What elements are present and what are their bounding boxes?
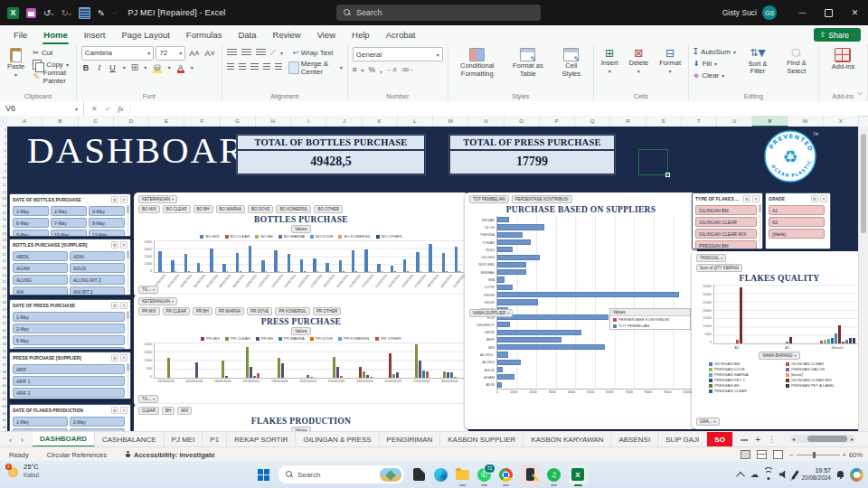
multiselect-icon[interactable]: ≣ — [743, 195, 750, 202]
sheet-tab-pengiriman[interactable]: PENGIRIMAN — [380, 432, 441, 447]
avatar[interactable]: GS — [762, 5, 777, 20]
row-header-40[interactable]: 40 — [0, 382, 7, 389]
bottles-filter-bo-mix[interactable]: BO MIX — [138, 205, 160, 213]
row-header-29[interactable]: 29 — [0, 306, 7, 314]
row-header-42[interactable]: 42 — [0, 397, 7, 404]
column-header-w[interactable]: W — [788, 116, 824, 127]
ribbon-tab-help[interactable]: Help — [344, 25, 378, 44]
column-header-b[interactable]: B — [42, 116, 78, 127]
row-header-35[interactable]: 35 — [0, 348, 7, 355]
redo-button[interactable]: ↻▾ — [61, 8, 71, 18]
slicer-button-arif-2[interactable]: ARIF 2 — [13, 388, 125, 398]
autosum-button[interactable]: ΣAutoSum▾ — [693, 47, 736, 57]
spotify-taskbar-icon[interactable]: ♫ — [546, 467, 561, 483]
book-views-icon[interactable] — [79, 7, 90, 19]
row-header-15[interactable]: 15 — [0, 210, 7, 217]
sheet-options-button[interactable]: ⋮ — [768, 436, 775, 444]
normal-view-icon[interactable] — [741, 450, 750, 459]
nama-supplier-field-button[interactable]: NAMA SUPPLIER▾ — [469, 309, 513, 317]
slicer-button-gilingan-clear-mix[interactable]: GILINGAN CLEAR MIX — [695, 229, 757, 239]
row-header-37[interactable]: 37 — [0, 361, 7, 369]
sheet-tab-gilingan-press[interactable]: GILINGAN & PRESS — [296, 432, 379, 447]
suppliers-filter-tot-pembelian[interactable]: TOT PEMBELIAN — [469, 195, 509, 203]
ribbon-tab-review[interactable]: Review — [265, 25, 309, 44]
zoom-slider-thumb[interactable] — [813, 452, 816, 458]
font-name-select[interactable]: Cambria▾ — [81, 46, 155, 61]
clock-widget[interactable]: 19.57 20/08/2024 — [801, 467, 831, 482]
decrease-indent-icon[interactable] — [263, 63, 270, 71]
slicer-scrollbar[interactable] — [759, 204, 761, 247]
column-header-p[interactable]: P — [540, 116, 575, 127]
sheet-tab-pj-mei[interactable]: PJ MEI — [165, 432, 203, 447]
selected-cell[interactable] — [638, 149, 668, 175]
decrease-decimal-button[interactable]: .00→ — [401, 67, 413, 72]
production-filter-bh[interactable]: BH — [162, 407, 175, 415]
whatsapp-taskbar-icon[interactable]: ✆71 — [476, 467, 492, 483]
multiselect-icon[interactable]: ≣ — [811, 195, 818, 202]
file-explorer-taskbar-icon[interactable] — [455, 467, 470, 483]
slicer-button-ani-rit-2[interactable]: ANI RIT 2 — [70, 286, 125, 296]
phone-link-taskbar-icon[interactable] — [520, 467, 540, 483]
undo-button[interactable]: ↺▾ — [43, 8, 53, 18]
share-button[interactable]: ⇧ Share▾ — [814, 28, 861, 42]
multiselect-icon[interactable]: ≣ — [111, 196, 118, 203]
slicer-button-10-may[interactable]: 10-May — [51, 230, 87, 237]
excel-taskbar-icon[interactable]: X — [568, 467, 588, 483]
column-header-x[interactable]: X — [824, 116, 859, 127]
row-header-31[interactable]: 31 — [0, 320, 7, 327]
row-header-20[interactable]: 20 — [0, 244, 7, 251]
press-filter-pr-other[interactable]: PR OTHER — [313, 307, 341, 315]
formula-input[interactable] — [131, 101, 868, 116]
align-middle-icon[interactable] — [241, 49, 251, 57]
slicer-button-1-may[interactable]: 1-May — [13, 206, 49, 216]
bottles-filter-bo-dove[interactable]: BO DOVE — [248, 205, 274, 213]
sort-filter-button[interactable]: ⇅▼ Sort & Filter — [741, 47, 774, 77]
orientation-icon[interactable]: ⟋ — [270, 48, 276, 58]
row-header-10[interactable]: 10 — [0, 175, 7, 183]
row-header-14[interactable]: 14 — [0, 202, 7, 210]
slicer-button-2-may[interactable]: 2-May — [13, 324, 125, 333]
slicer-scrollbar[interactable] — [127, 205, 129, 234]
underline-button[interactable]: U — [108, 63, 118, 72]
horizontal-scrollbar[interactable]: ◂ ▸ — [790, 435, 855, 443]
tanggal-field-button[interactable]: TG...▾ — [138, 286, 158, 294]
start-button[interactable] — [256, 467, 271, 483]
row-header-38[interactable]: 38 — [0, 369, 7, 376]
slicer-button-9-may[interactable]: 9-May — [13, 230, 49, 237]
row-header-11[interactable]: 11 — [0, 182, 7, 189]
merge-center-button[interactable]: Merge & Center▾ — [288, 60, 342, 76]
production-filter-clear[interactable]: CLEAR — [138, 407, 159, 415]
vertical-scrollbar-thumb[interactable] — [861, 134, 866, 233]
row-header-9[interactable]: 9 — [0, 168, 7, 175]
hscroll-right-arrow[interactable]: ▸ — [849, 436, 855, 442]
tanggal-field-button[interactable]: TG...▾ — [138, 395, 158, 403]
slicer-button-alung-rit-2[interactable]: ALUNG RIT 2 — [70, 275, 125, 285]
row-header-34[interactable]: 34 — [0, 341, 7, 348]
weather-widget[interactable]: 0 25°C Kabut — [5, 464, 39, 478]
column-header-s[interactable]: S — [646, 116, 682, 127]
slicer-scrollbar[interactable] — [127, 311, 129, 347]
sheet-tab-absensi[interactable]: ABSENSI — [611, 432, 658, 447]
column-header-o[interactable]: O — [505, 116, 540, 127]
fill-color-button[interactable]: ⛁ — [152, 63, 163, 72]
align-bottom-icon[interactable] — [256, 49, 266, 57]
increase-decimal-button[interactable]: ←.0 — [386, 67, 396, 72]
cell-styles-button[interactable]: Cell Styles — [554, 47, 589, 79]
bing-daily-image[interactable] — [380, 468, 401, 482]
row-header-39[interactable]: 39 — [0, 376, 7, 383]
zoom-out-button[interactable]: − — [789, 451, 793, 459]
accounting-format-button[interactable]: ¤ — [353, 65, 357, 74]
clear-filter-icon[interactable]: ⨉ — [120, 407, 127, 414]
sheet-tab-kasbon-supplier[interactable]: KASBON SUPPLIER — [440, 432, 524, 447]
row-header-30[interactable]: 30 — [0, 314, 7, 321]
row-header-26[interactable]: 26 — [0, 286, 7, 293]
values-button[interactable]: Values — [291, 327, 310, 335]
row-header-12[interactable]: 12 — [0, 189, 7, 196]
production-filter-mix[interactable]: MIX — [177, 407, 192, 415]
column-header-r[interactable]: R — [610, 116, 646, 127]
row-header-24[interactable]: 24 — [0, 272, 7, 279]
pen-icon[interactable] — [791, 470, 798, 479]
increase-indent-icon[interactable] — [275, 63, 282, 71]
conditional-formatting-button[interactable]: Conditional Formatting — [453, 47, 502, 79]
slicer-scrollbar[interactable] — [127, 250, 129, 293]
